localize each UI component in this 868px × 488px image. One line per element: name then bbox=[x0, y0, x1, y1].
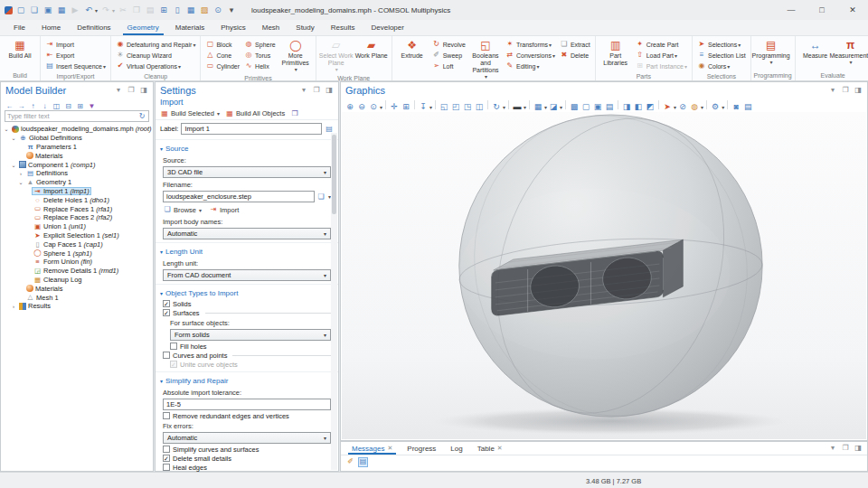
tree-node-parameters-1[interactable]: Parameters 1 bbox=[1, 143, 153, 152]
qat-new-file-button[interactable] bbox=[15, 5, 26, 15]
tree-node-component-1[interactable]: ⌄Component 1(comp1) bbox=[1, 160, 153, 169]
panel-menu-icon[interactable] bbox=[828, 86, 837, 95]
tree-node-form-union[interactable]: Form Union(fin) bbox=[1, 258, 153, 267]
dropdown-select[interactable]: Automatic▾ bbox=[163, 432, 331, 444]
measure-button[interactable]: Measure bbox=[798, 37, 833, 60]
select-adjacent-button[interactable] bbox=[604, 97, 615, 113]
tab-study[interactable]: Study bbox=[288, 20, 322, 35]
import-button[interactable]: Import bbox=[43, 39, 108, 50]
tab-table[interactable]: Table✕ bbox=[470, 442, 510, 455]
dropdown-select[interactable]: Automatic▾ bbox=[163, 228, 331, 239]
selection-list-button[interactable]: Selection List bbox=[695, 50, 748, 61]
reset-hiding-button[interactable] bbox=[645, 97, 656, 113]
build-all-objects-button[interactable]: Build All Objects bbox=[225, 109, 285, 118]
select-entities-button[interactable]: ▾ bbox=[662, 97, 676, 113]
tab-log[interactable]: Log bbox=[443, 442, 469, 455]
revolve-button[interactable]: Revolve bbox=[430, 39, 467, 50]
minimize-button[interactable] bbox=[776, 0, 807, 20]
view-zx-button[interactable] bbox=[462, 97, 473, 113]
part-libraries-button[interactable]: Part Libraries bbox=[599, 37, 633, 67]
tab-geometry[interactable]: Geometry bbox=[119, 20, 167, 35]
select-lasso-button[interactable] bbox=[592, 97, 603, 113]
tab-home[interactable]: Home bbox=[33, 20, 69, 35]
browse-button[interactable]: Browse▾ bbox=[163, 205, 202, 214]
insert-sequence-button[interactable]: Insert Sequence▾ bbox=[43, 61, 108, 71]
checkbox-box[interactable] bbox=[163, 446, 170, 453]
delete-button[interactable]: Delete bbox=[558, 50, 592, 61]
tree-expander[interactable]: ⌄ bbox=[10, 135, 17, 141]
geometry-object-icon[interactable] bbox=[290, 109, 299, 118]
panel-float-icon[interactable] bbox=[841, 444, 850, 453]
checkbox-remove-redundant-edges-and-vertices[interactable]: Remove redundant edges and vertices bbox=[156, 411, 338, 420]
panel-pin-icon[interactable] bbox=[139, 86, 148, 95]
panel-pin-icon[interactable] bbox=[854, 444, 863, 453]
section-header-simplify-and-repair[interactable]: ▾Simplify and Repair bbox=[156, 371, 338, 387]
tree-node-global-definitions[interactable]: ⌄Global Definitions bbox=[1, 134, 153, 143]
more-primitives-button[interactable]: More Primitives▾ bbox=[278, 37, 313, 73]
part-instance-button[interactable]: Part Instance▾ bbox=[634, 61, 689, 71]
defeaturing-and-repair-button[interactable]: Defeaturing and Repair▾ bbox=[114, 39, 197, 50]
panel-pin-icon[interactable] bbox=[325, 86, 334, 95]
checkbox-box[interactable] bbox=[163, 352, 170, 359]
tree-node-explicit-selection-1[interactable]: Explicit Selection 1(sel1) bbox=[1, 231, 153, 240]
graphics-canvas[interactable] bbox=[342, 112, 866, 439]
snapshot-button[interactable] bbox=[731, 97, 741, 113]
transforms-button[interactable]: Transforms▾ bbox=[504, 39, 557, 50]
cylinder-button[interactable]: Cylinder bbox=[203, 61, 241, 71]
helix-button[interactable]: Helix bbox=[242, 61, 278, 71]
label-edit-icon[interactable] bbox=[325, 125, 334, 134]
show-hidden-button[interactable] bbox=[633, 97, 644, 113]
color-theme-button[interactable]: ▾ bbox=[533, 97, 547, 113]
zoom-out-button[interactable] bbox=[356, 97, 367, 113]
dropdown-select[interactable]: 3D CAD file▾ bbox=[163, 166, 331, 178]
tree-node-union-1[interactable]: Union 1(uni1) bbox=[1, 222, 153, 231]
gear-button[interactable]: ▾ bbox=[710, 97, 724, 113]
work-plane-button[interactable]: Work Plane bbox=[354, 37, 389, 60]
tree-node-loudspeaker-modeling-domains-mph[interactable]: ⌄loudspeaker_modeling_domains.mph(root) bbox=[1, 125, 153, 134]
section-header-length-unit[interactable]: ▾Length Unit bbox=[156, 242, 338, 258]
pan-button[interactable] bbox=[389, 97, 400, 113]
export-button[interactable]: Export bbox=[43, 50, 108, 61]
tab-materials[interactable]: Materials bbox=[167, 20, 212, 35]
close-button[interactable] bbox=[837, 0, 868, 20]
section-header-source[interactable]: ▾Source bbox=[156, 139, 338, 155]
close-tab-icon[interactable]: ✕ bbox=[387, 445, 392, 452]
tree-node-cap-faces-1[interactable]: Cap Faces 1(cap1) bbox=[1, 239, 153, 249]
arrow-left-button[interactable] bbox=[5, 96, 14, 112]
import-button[interactable]: Import bbox=[209, 205, 239, 214]
tab-physics[interactable]: Physics bbox=[212, 20, 254, 35]
checkbox-box[interactable] bbox=[163, 412, 170, 419]
qat-zoom-qat-button[interactable] bbox=[212, 5, 223, 15]
transparency-button[interactable]: ▾ bbox=[548, 97, 562, 113]
tab-definitions[interactable]: Definitions bbox=[69, 20, 118, 35]
tree-node-replace-faces-1[interactable]: Replace Faces 1(rfa1) bbox=[1, 204, 153, 213]
tree-node-import-1[interactable]: Import 1(imp1) bbox=[1, 187, 153, 196]
checkbox-fill-holes[interactable]: Fill holes bbox=[156, 342, 338, 351]
checkbox-surfaces[interactable]: Surfaces bbox=[156, 308, 338, 317]
block-button[interactable]: Block bbox=[203, 39, 241, 50]
checkbox-solids[interactable]: Solids bbox=[156, 299, 338, 308]
editing-button[interactable]: Editing▾ bbox=[504, 61, 557, 71]
tab-results[interactable]: Results bbox=[323, 20, 363, 35]
qat-redo-button[interactable]: ▾ bbox=[100, 5, 115, 15]
collapse-all-button[interactable] bbox=[63, 96, 73, 112]
checkbox-heal-edges[interactable]: Heal edges bbox=[156, 463, 338, 472]
measurements-button[interactable]: Measurements▾ bbox=[834, 37, 868, 66]
sweep-button[interactable]: Sweep bbox=[430, 50, 467, 61]
programming-button[interactable]: Programming▾ bbox=[754, 37, 788, 66]
checkbox-unite-curve-objects[interactable]: Unite curve objects bbox=[156, 360, 338, 369]
tree-filter-button[interactable] bbox=[87, 96, 97, 112]
arrow-down-button[interactable] bbox=[40, 96, 50, 112]
build-selected-button[interactable]: Build Selected ▾ bbox=[160, 109, 220, 118]
sphere-button[interactable]: Sphere bbox=[242, 39, 278, 50]
tab-progress[interactable]: Progress bbox=[400, 442, 443, 455]
clear-log-icon[interactable] bbox=[345, 457, 355, 467]
dropdown-select[interactable]: From CAD document▾ bbox=[163, 269, 331, 281]
qat-comsol-logo-button[interactable] bbox=[5, 6, 13, 14]
tree-node-geometry-1[interactable]: ⌄Geometry 1 bbox=[1, 178, 153, 187]
section-header-object-types-to-import[interactable]: ▾Object Types to Import bbox=[156, 284, 338, 299]
zoom-in-button[interactable] bbox=[344, 97, 355, 113]
zoom-extents-button[interactable] bbox=[401, 97, 411, 113]
tree-node-delete-holes-1[interactable]: Delete Holes 1(dho1) bbox=[1, 195, 153, 204]
checkbox-box[interactable] bbox=[163, 300, 170, 307]
